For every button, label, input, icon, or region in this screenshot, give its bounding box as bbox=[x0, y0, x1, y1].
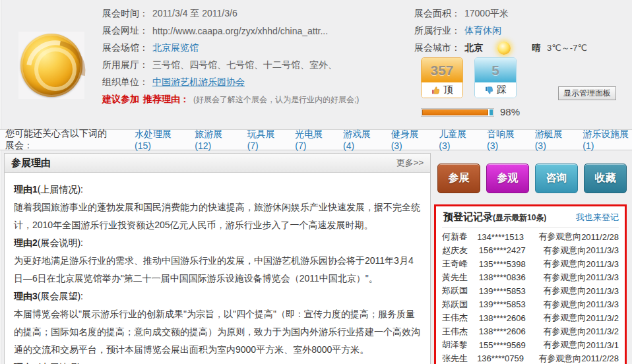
organizer-link[interactable]: 中国游艺机游乐园协会 bbox=[152, 76, 245, 88]
time-value: 2011/3/4 至 2011/3/6 bbox=[152, 8, 237, 20]
record-name: 王伟杰 bbox=[442, 312, 479, 324]
url-label: 展会网址： bbox=[102, 25, 148, 37]
registration-record-row: 王伟杰 138****2606 有参观意向 2011/3/2 bbox=[442, 311, 619, 325]
related-exhibition-link[interactable]: 音响展(3) bbox=[487, 129, 521, 151]
related-exhibition-link[interactable]: 健身展(3) bbox=[391, 129, 425, 151]
registration-record-row: 郑跃国 139****5853 有参观意向 2011/3/3 bbox=[442, 298, 619, 312]
related-exhibition-link[interactable]: 儿童展(3) bbox=[439, 129, 472, 151]
exhibition-area-row: 展会面积： 17000平米 bbox=[414, 5, 632, 22]
area-value: 17000平米 bbox=[464, 8, 509, 20]
organizer-label: 组织单位： bbox=[102, 76, 148, 88]
city-label: 展会城市： bbox=[414, 42, 460, 54]
exhibition-venue-row: 展会场馆： 北京展览馆 bbox=[102, 40, 412, 57]
related-keywords-label: 您可能还关心含以下词的展会： bbox=[5, 128, 116, 152]
panel-header: 参展理由 更多>> bbox=[5, 154, 430, 173]
related-exhibition-link[interactable]: 游戏展(4) bbox=[343, 129, 377, 151]
record-date: 2011/2/28 bbox=[581, 353, 619, 363]
related-exhibition-link[interactable]: 游乐设施展(1) bbox=[583, 129, 632, 151]
record-intent: 有参观意向 bbox=[543, 258, 586, 270]
industry-label: 所属行业： bbox=[414, 25, 460, 37]
preregistration-subtitle: (显示最新10条) bbox=[493, 212, 546, 224]
registration-record-row: 胡泽黎 155****9569 有参观意向 2011/3/1 bbox=[442, 338, 619, 352]
registration-record-row: 王奇峰 135****5398 有参观意向 2011/3/3 bbox=[442, 257, 619, 271]
related-exhibition-link[interactable]: 游艇展(3) bbox=[535, 129, 569, 151]
favorite-button[interactable]: 收藏 bbox=[584, 164, 627, 193]
vote-down-button[interactable]: 5 踩 bbox=[474, 57, 517, 98]
record-phone: 139****5853 bbox=[479, 286, 544, 296]
record-name: 黃先生 bbox=[442, 272, 479, 284]
record-intent: 有参观意向 bbox=[543, 285, 586, 297]
registration-record-row: 张先生 136****0759 有参观意向 2011/2/28 bbox=[442, 352, 619, 364]
recommend-reason-label: 推荐理由： bbox=[143, 94, 189, 106]
more-link[interactable]: 更多>> bbox=[396, 157, 424, 169]
reason-number: 理由1 bbox=[14, 184, 38, 195]
reason-text: 本届博览会将以"展示游乐行业的创新成果"为宗旨，以"四个提高"（即：宣传力度的提… bbox=[14, 305, 421, 359]
show-admin-panel-button[interactable]: 显示管理面板 bbox=[558, 86, 616, 100]
progress-fill-blue bbox=[490, 109, 493, 115]
url-value: http://www.caapa.org/zyx/xhhd/china_attr… bbox=[152, 26, 328, 36]
record-phone: 139****5853 bbox=[479, 299, 544, 309]
registration-record-row: 何新春 134****1513 有参观意向 2011/2/28 bbox=[442, 230, 619, 244]
vote-up-count: 357 bbox=[422, 58, 462, 82]
reason-item: 理由3(展会展望): 本届博览会将以"展示游乐行业的创新成果"为宗旨，以"四个提… bbox=[14, 288, 421, 359]
record-name: 郑跃国 bbox=[442, 285, 479, 297]
reason-heading: 理由1(上届情况): bbox=[14, 181, 421, 198]
registration-record-row: 黃先生 138****0836 有参观意向 2011/3/3 bbox=[442, 271, 619, 285]
panel-title: 参展理由 bbox=[11, 157, 51, 169]
record-name: 郑跃国 bbox=[442, 299, 479, 311]
consult-button[interactable]: 咨询 bbox=[535, 164, 578, 193]
record-date: 2011/3/2 bbox=[586, 313, 619, 323]
record-phone: 138****2606 bbox=[479, 313, 544, 323]
area-label: 展会面积： bbox=[414, 8, 460, 20]
thumb-up-icon bbox=[431, 86, 440, 95]
temperature-range: 3℃～-7℃ bbox=[547, 42, 587, 54]
city-value: 北京 bbox=[464, 42, 483, 54]
exhibition-logo bbox=[18, 32, 84, 99]
related-exhibition-link[interactable]: 玩具展(7) bbox=[247, 129, 281, 151]
suggest-label: 建议参加 bbox=[102, 94, 139, 106]
gold-medal-image bbox=[20, 34, 82, 97]
vote-down-count: 5 bbox=[475, 58, 516, 82]
related-keywords-band: 您可能还关心含以下词的展会： 水处理展(15) 旅游展(12) 玩具展(7) 光… bbox=[0, 129, 632, 150]
visit-button[interactable]: 参观 bbox=[486, 164, 529, 193]
exhibition-suggest-row: 建议参加 推荐理由： (好展会了解这个展会，认为是行业内的好展会;) bbox=[102, 91, 412, 108]
preregistration-title: 预登记记录 bbox=[443, 211, 493, 224]
exhibition-time-row: 展会时间： 2011/3/4 至 2011/3/6 bbox=[102, 5, 412, 22]
reason-text: 随着我国旅游事业的蓬勃发展和国民消费能力的快速提高，旅游休闲娱乐产业快速发展，据… bbox=[14, 198, 421, 234]
reason-item: 理由2(展会说明): 为更好地满足游乐行业的需求、推动中国游乐行业的发展，中国游… bbox=[14, 234, 421, 288]
time-label: 展会时间： bbox=[102, 8, 148, 20]
reason-heading: 理由2(展会说明): bbox=[14, 234, 421, 252]
exhibition-info-left: 展会时间： 2011/3/4 至 2011/3/6 展会网址： http://w… bbox=[102, 5, 412, 108]
registration-record-row: 郑跃国 139****5853 有参观意向 2011/3/3 bbox=[442, 284, 619, 298]
vote-up-button[interactable]: 357 顶 bbox=[421, 57, 463, 98]
exhibit-reasons-panel: 参展理由 更多>> 理由1(上届情况): 随着我国旅游事业的蓬勃发展和国民消费能… bbox=[4, 153, 431, 364]
vote-up-label: 顶 bbox=[443, 84, 453, 96]
record-date: 2011/3/2 bbox=[586, 326, 619, 336]
related-exhibition-link[interactable]: 水处理展(15) bbox=[135, 129, 180, 151]
record-intent: 有参观意向 bbox=[543, 326, 586, 338]
record-phone: 156****2427 bbox=[479, 245, 544, 255]
page-left-edge bbox=[0, 0, 1, 364]
record-date: 2011/3/1 bbox=[586, 340, 619, 350]
related-exhibition-link[interactable]: 光电展(7) bbox=[295, 129, 329, 151]
related-exhibition-link[interactable]: 旅游展(12) bbox=[195, 129, 232, 151]
preregistration-box: 预登记记录 (显示最新10条) 我也来登记 何新春 134****1513 有参… bbox=[434, 204, 627, 364]
record-intent: 有参观意向 bbox=[543, 245, 586, 257]
record-phone: 136****0759 bbox=[477, 353, 538, 363]
industry-link[interactable]: 体育休闲 bbox=[464, 25, 501, 37]
reason-subheading: (上届情况): bbox=[38, 184, 83, 195]
vote-progress-bar bbox=[421, 108, 494, 117]
reason-number: 理由2 bbox=[14, 237, 38, 248]
record-intent: 有参观意向 bbox=[543, 272, 586, 284]
venue-link[interactable]: 北京展览馆 bbox=[152, 42, 199, 54]
join-exhibit-button[interactable]: 参展 bbox=[437, 164, 480, 193]
record-date: 2011/3/3 bbox=[586, 259, 619, 269]
reason-item: 理由4(上届情况): ◆国内游乐行业传统盛会，已成功举办了20届 ◆国际游乐行业… bbox=[14, 359, 421, 364]
registration-record-row: 王伟杰 138****2606 有参观意向 2011/3/2 bbox=[442, 325, 619, 339]
record-name: 张先生 bbox=[442, 353, 477, 364]
reason-subheading: (展会说明): bbox=[38, 237, 83, 248]
exhibition-organizer-row: 组织单位： 中国游艺机游乐园协会 bbox=[102, 74, 412, 91]
register-me-link[interactable]: 我也来登记 bbox=[576, 212, 619, 224]
record-phone: 138****0836 bbox=[479, 272, 544, 282]
record-intent: 有参观意向 bbox=[543, 339, 586, 351]
